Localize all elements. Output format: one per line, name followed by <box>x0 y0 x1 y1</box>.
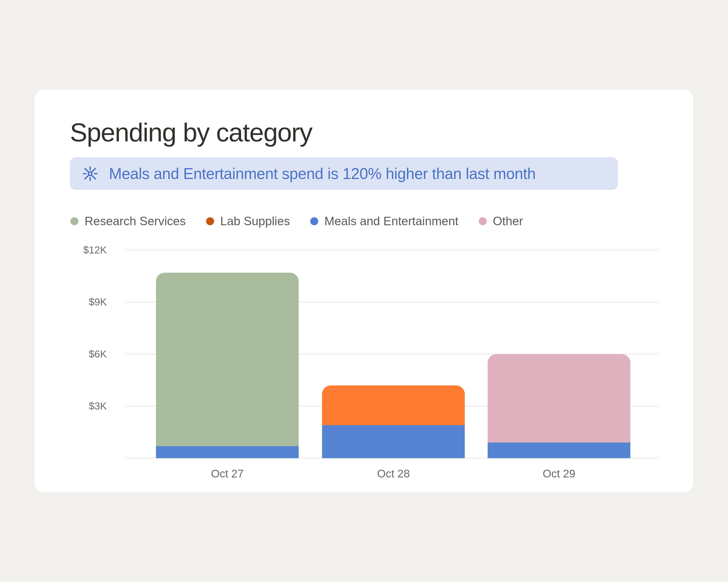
chart: $12K$9K$6K$3KOct 27Oct 28Oct 29 <box>34 90 693 493</box>
y-axis-tick-label: $6K <box>49 348 107 360</box>
gridline <box>125 250 658 251</box>
y-axis-tick-label: $12K <box>49 244 107 256</box>
x-axis-tick-label: Oct 28 <box>345 467 442 480</box>
x-axis-tick-label: Oct 27 <box>179 467 276 480</box>
bar-segment[interactable] <box>322 425 465 458</box>
bar-segment[interactable] <box>322 385 465 425</box>
y-axis-tick-label: $9K <box>49 296 107 308</box>
bar-segment[interactable] <box>488 443 630 458</box>
x-axis-tick-label: Oct 29 <box>511 467 607 480</box>
bar-segment[interactable] <box>156 273 299 446</box>
bar-segment[interactable] <box>156 446 299 458</box>
y-axis-tick-label: $3K <box>49 400 107 412</box>
bar-segment[interactable] <box>488 354 630 443</box>
spending-card: Spending by category Meals and Entertain… <box>34 90 693 493</box>
